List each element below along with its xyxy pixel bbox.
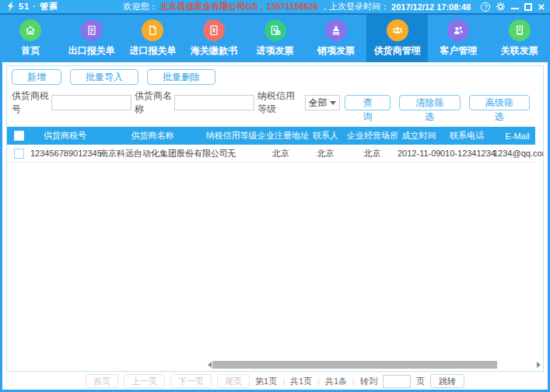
customer-management-icon: [447, 19, 469, 41]
nav-item-supplier-management[interactable]: 供货商管理: [366, 15, 428, 62]
supplier-name-input[interactable]: [174, 95, 254, 110]
nav-label: 海关缴款书: [191, 44, 237, 58]
nav-item-home[interactable]: 首页: [0, 15, 61, 62]
logged-in-user: 北京昌佳泵业有限公司GS，13671158626: [159, 1, 318, 12]
separator: |: [317, 376, 320, 386]
nav-label: 供货商管理: [374, 44, 421, 58]
scrollbar-thumb[interactable]: [212, 361, 497, 369]
scroll-left-icon[interactable]: [206, 360, 212, 369]
nav-item-related-invoice[interactable]: 关联发票: [489, 15, 550, 62]
nav-label: 进口报关单: [129, 44, 176, 58]
actions-row: 新增 批量导入 批量删除: [7, 66, 543, 85]
clear-filter-button[interactable]: 清除筛选: [399, 95, 460, 110]
tax-credit-label: 纳税信用等级: [257, 89, 303, 116]
table-row[interactable]: 123456789012345 南京科远自动化集团股份有限公司 无 北京 北京 …: [7, 145, 535, 163]
first-page-button[interactable]: 首页: [86, 374, 118, 388]
titlebar-right: 欢迎您：北京昌佳泵业有限公司GS，13671158626，上次登录时间：2017…: [123, 1, 545, 12]
help-icon[interactable]: ?: [481, 2, 490, 12]
cell-credit: 无: [205, 148, 257, 159]
related-invoice-icon: [509, 19, 531, 41]
gear-icon[interactable]: [496, 2, 506, 12]
total-records-info: 共1条: [325, 376, 347, 387]
titlebar: 51 · 管票 欢迎您：北京昌佳泵业有限公司GS，13671158626，上次登…: [0, 0, 550, 13]
tax-credit-selected-value: 全部: [309, 96, 328, 110]
separator: |: [352, 376, 355, 386]
pagination-bar: 首页 上一页 下一页 尾页 第1页 | 共1页 | 共1条 | 转到 页 跳转: [2, 373, 548, 390]
customs-payment-icon: [203, 19, 225, 41]
cell-phone: 010-12341234: [440, 149, 493, 158]
nav-item-customs-payment[interactable]: 海关缴款书: [184, 15, 245, 62]
col-header-name[interactable]: 供货商名称: [100, 130, 205, 142]
cell-founded: 2012-11-09: [398, 149, 440, 158]
maximize-icon[interactable]: [524, 3, 532, 11]
horizontal-scrollbar[interactable]: [206, 360, 541, 369]
nav-item-import-declaration[interactable]: 进口报关单: [122, 15, 184, 62]
last-login-time: 2017/12/12 17:08:48: [391, 2, 471, 12]
total-pages-info: 共1页: [290, 376, 312, 387]
supplier-management-icon: [387, 19, 408, 41]
scroll-right-icon[interactable]: [535, 360, 541, 369]
home-icon: [19, 19, 41, 41]
cell-name: 南京科远自动化集团股份有限公司: [100, 148, 205, 159]
advanced-filter-button[interactable]: 高级筛选: [469, 95, 530, 110]
window-title: 51 · 管票: [19, 1, 58, 12]
nav-item-input-invoice[interactable]: 进项发票: [244, 15, 306, 62]
close-icon[interactable]: ×: [538, 3, 545, 11]
table-header-row: 供货商税号 供货商名称 纳税信用等级 企业注册地址 联系人 企业经营场所 成立时…: [7, 127, 535, 145]
prev-page-button[interactable]: 上一页: [124, 374, 165, 388]
supplier-panel: 新增 批量导入 批量删除 供货商税号 供货商名称 纳税信用等级 全部 查询 清除…: [6, 65, 544, 372]
nav-label: 出口报关单: [68, 44, 115, 58]
filter-row: 供货商税号 供货商名称 纳税信用等级 全部 查询 清除筛选 高级筛选: [7, 85, 543, 121]
supplier-tax-no-label: 供货商税号: [12, 89, 49, 116]
col-header-email[interactable]: E-Mail: [493, 131, 541, 141]
nav-item-customer-management[interactable]: 客户管理: [428, 15, 489, 62]
main-nav: 首页 出口报关单 进口报关单 海关缴款书 进项发票: [0, 15, 550, 62]
tax-credit-select[interactable]: 全部: [305, 95, 340, 110]
col-header-contact[interactable]: 联系人: [304, 130, 347, 142]
app-logo-icon: [5, 2, 16, 12]
col-header-founded[interactable]: 成立时间: [398, 130, 440, 142]
search-button[interactable]: 查询: [345, 95, 391, 110]
cell-business-site: 北京: [347, 148, 398, 159]
export-declaration-icon: [81, 19, 103, 41]
col-header-phone[interactable]: 联系电话: [440, 130, 493, 142]
col-header-business-site[interactable]: 企业经营场所: [347, 130, 398, 142]
col-header-tax-no[interactable]: 供货商税号: [30, 130, 100, 142]
cell-address: 北京: [257, 148, 304, 159]
add-button[interactable]: 新增: [12, 69, 61, 85]
nav-label: 首页: [21, 44, 40, 58]
current-page-info: 第1页: [255, 376, 277, 387]
nav-label: 关联发票: [501, 44, 538, 58]
supplier-name-label: 供货商名称: [135, 89, 172, 116]
cell-contact: 北京: [304, 148, 347, 159]
window-controls: ? ×: [481, 2, 545, 12]
input-invoice-icon: [264, 19, 286, 41]
last-page-button[interactable]: 尾页: [217, 374, 250, 388]
nav-label: 客户管理: [440, 44, 477, 58]
jump-button[interactable]: 跳转: [430, 374, 464, 388]
batch-import-button[interactable]: 批量导入: [70, 69, 138, 85]
separator: |: [282, 376, 285, 386]
cell-tax-no: 123456789012345: [30, 149, 100, 158]
chevron-down-icon: [330, 101, 336, 105]
select-all-checkbox[interactable]: [14, 131, 24, 141]
nav-item-export-declaration[interactable]: 出口报关单: [61, 15, 123, 62]
nav-item-output-invoice[interactable]: 销项发票: [306, 15, 367, 62]
row-checkbox[interactable]: [14, 149, 24, 159]
import-declaration-icon: [142, 19, 163, 41]
page-unit-label: 页: [416, 376, 425, 387]
nav-label: 销项发票: [317, 44, 355, 58]
col-header-address[interactable]: 企业注册地址: [257, 130, 304, 142]
goto-label: 转到: [360, 376, 377, 387]
content-area: 新增 批量导入 批量删除 供货商税号 供货商名称 纳税信用等级 全部 查询 清除…: [2, 62, 548, 390]
cell-email: 1234@qq.com: [493, 149, 541, 158]
next-page-button[interactable]: 下一页: [170, 374, 212, 388]
supplier-tax-no-input[interactable]: [51, 95, 131, 110]
goto-page-input[interactable]: [383, 375, 411, 388]
welcome-label: 欢迎您：: [123, 1, 157, 12]
col-header-credit[interactable]: 纳税信用等级: [205, 130, 257, 142]
batch-delete-button[interactable]: 批量删除: [147, 69, 215, 85]
supplier-table: 供货商税号 供货商名称 纳税信用等级 企业注册地址 联系人 企业经营场所 成立时…: [7, 127, 535, 163]
last-login-label: ，上次登录时间：: [321, 1, 389, 12]
minimize-icon[interactable]: [511, 2, 519, 9]
